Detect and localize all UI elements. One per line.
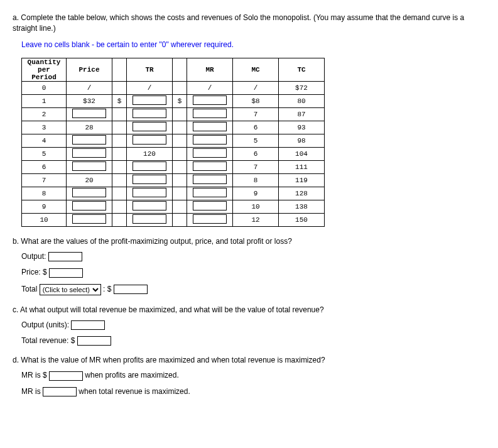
cell-q: 3: [22, 121, 67, 134]
total-revenue-label: Total revenue: $: [21, 336, 75, 345]
cell-q: 4: [22, 134, 67, 147]
cell-ds: [173, 121, 187, 134]
cell-ds: [112, 187, 127, 200]
cell-p: 20: [67, 173, 112, 187]
output-units-input[interactable]: [71, 320, 105, 330]
cell-tr[interactable]: [127, 213, 173, 226]
cell-tr[interactable]: [127, 160, 173, 173]
cell-tc: 80: [279, 94, 325, 107]
cell-ds: [112, 173, 127, 187]
cell-p[interactable]: [67, 160, 112, 173]
cell-mr[interactable]: [187, 213, 233, 226]
cell-tr[interactable]: [127, 187, 173, 200]
cell-tc: 87: [279, 107, 325, 121]
table-row: 4 5 98: [22, 134, 325, 147]
cell-tc: $72: [279, 81, 325, 94]
table-row: 6 7 111: [22, 160, 325, 173]
cell-ds: [112, 134, 127, 147]
cell-mc: 6: [233, 121, 279, 134]
cell-p: /: [67, 81, 112, 94]
cell-mc: 9: [233, 187, 279, 200]
cell-mc: 10: [233, 200, 279, 213]
table-row: 1 $32 $ $ $8 80: [22, 94, 325, 107]
total-revenue-input[interactable]: [77, 336, 111, 346]
total-select[interactable]: (Click to select): [40, 284, 101, 295]
output-label: Output:: [21, 252, 46, 261]
cell-mr[interactable]: [187, 94, 233, 107]
question-d-text: d. What is the value of MR when profits …: [13, 356, 485, 364]
cell-p[interactable]: [67, 187, 112, 200]
price-label: Price: $: [21, 268, 47, 276]
cell-tr[interactable]: [127, 94, 173, 107]
mr-tr-input[interactable]: [43, 387, 77, 396]
cell-tr: /: [127, 81, 173, 94]
header-blank-2: [173, 58, 187, 81]
cell-p[interactable]: [67, 147, 112, 160]
price-input[interactable]: [49, 268, 83, 278]
header-tc: TC: [279, 58, 325, 81]
table-row: 0 / / / / $72: [22, 81, 325, 94]
question-b-text: b. What are the values of the profit-max…: [13, 237, 485, 246]
cell-mc: 7: [233, 160, 279, 173]
cell-mr[interactable]: [187, 121, 233, 134]
cell-mr[interactable]: [187, 187, 233, 200]
cell-p: $32: [67, 94, 112, 107]
table-row: 3 28 6 93: [22, 121, 325, 134]
header-blank-1: [112, 58, 127, 81]
cell-ds: [173, 173, 187, 187]
cell-tc: 98: [279, 134, 325, 147]
cell-ds: $: [112, 94, 127, 107]
cell-q: 0: [22, 81, 67, 94]
cell-p[interactable]: [67, 107, 112, 121]
header-mr: MR: [187, 58, 233, 81]
cell-p[interactable]: [67, 213, 112, 226]
cell-mr[interactable]: [187, 200, 233, 213]
mr-profits-label-pre: MR is $: [21, 371, 47, 380]
cell-tc: 111: [279, 160, 325, 173]
cell-p[interactable]: [67, 134, 112, 147]
cell-ds: $: [173, 94, 187, 107]
cell-ds: [173, 213, 187, 226]
header-quantity: Quantityper Period: [22, 58, 67, 81]
cell-tr[interactable]: [127, 200, 173, 213]
cell-tr[interactable]: [127, 173, 173, 187]
cell-ds: [173, 160, 187, 173]
cell-tc: 150: [279, 213, 325, 226]
cost-revenue-table: Quantityper Period Price TR MR MC TC 0 /…: [21, 58, 325, 227]
cell-tr[interactable]: [127, 107, 173, 121]
cell-mr[interactable]: [187, 107, 233, 121]
cell-ds: [173, 81, 187, 94]
cell-mc: 8: [233, 173, 279, 187]
cell-p[interactable]: [67, 200, 112, 213]
cell-tr[interactable]: [127, 121, 173, 134]
cell-mr: /: [187, 81, 233, 94]
cell-ds: [173, 107, 187, 121]
mr-tr-label-pre: MR is: [21, 387, 43, 396]
cell-q: 10: [22, 213, 67, 226]
total-label: Total: [21, 285, 37, 293]
cell-tr[interactable]: [127, 134, 173, 147]
cell-mc: $8: [233, 94, 279, 107]
cell-tr: 120: [127, 147, 173, 160]
cell-mr[interactable]: [187, 134, 233, 147]
cell-q: 9: [22, 200, 67, 213]
cell-mc: 7: [233, 107, 279, 121]
header-tr: TR: [127, 58, 173, 81]
output-input[interactable]: [48, 252, 82, 261]
cell-ds: [112, 81, 127, 94]
mr-profits-label-post: when profits are maximized.: [85, 371, 178, 380]
total-input[interactable]: [114, 285, 148, 294]
header-mc: MC: [233, 58, 279, 81]
cell-q: 8: [22, 187, 67, 200]
cell-ds: [112, 160, 127, 173]
cell-mr[interactable]: [187, 160, 233, 173]
question-c-text: c. At what output will total revenue be …: [13, 305, 485, 314]
cell-ds: [173, 134, 187, 147]
cell-mr[interactable]: [187, 173, 233, 187]
cell-mc: 12: [233, 213, 279, 226]
cell-q: 6: [22, 160, 67, 173]
cell-ds: [112, 147, 127, 160]
cell-mc: 6: [233, 147, 279, 160]
mr-profits-input[interactable]: [49, 371, 83, 381]
cell-mr[interactable]: [187, 147, 233, 160]
